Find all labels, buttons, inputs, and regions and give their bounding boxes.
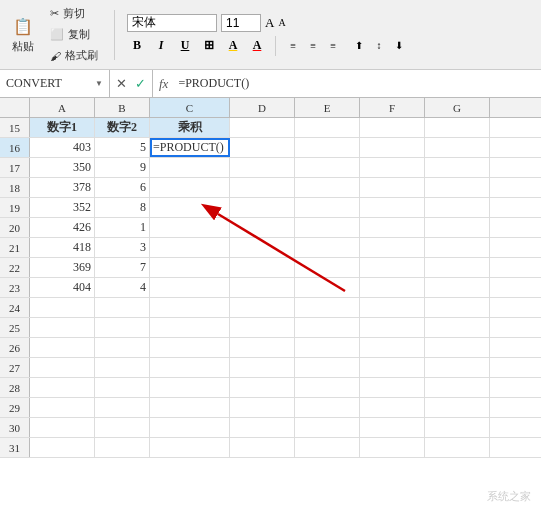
format-painter-button[interactable]: 🖌 格式刷 [46,46,102,65]
cell-b16[interactable]: 5 [95,138,150,157]
cell-g27[interactable] [425,358,490,377]
cell-g23[interactable] [425,278,490,297]
row-header-16[interactable]: 16 [0,138,30,157]
cell-e26[interactable] [295,338,360,357]
cell-b30[interactable] [95,418,150,437]
align-left-button[interactable]: ≡ [284,37,302,55]
name-box-dropdown-icon[interactable]: ▼ [95,79,103,88]
cell-c17[interactable] [150,158,230,177]
cell-g26[interactable] [425,338,490,357]
cell-b26[interactable] [95,338,150,357]
cell-g24[interactable] [425,298,490,317]
cell-d17[interactable] [230,158,295,177]
cell-c19[interactable] [150,198,230,217]
cell-e28[interactable] [295,378,360,397]
cell-b22[interactable]: 7 [95,258,150,277]
cell-c16[interactable]: =PRODUCT() [150,138,230,157]
row-header-25[interactable]: 25 [0,318,30,337]
cell-f30[interactable] [360,418,425,437]
border-button[interactable]: ⊞ [199,36,219,56]
cell-g19[interactable] [425,198,490,217]
row-header-27[interactable]: 27 [0,358,30,377]
row-header-28[interactable]: 28 [0,378,30,397]
cell-b28[interactable] [95,378,150,397]
cell-a18[interactable]: 378 [30,178,95,197]
cell-e24[interactable] [295,298,360,317]
cell-d27[interactable] [230,358,295,377]
row-header-21[interactable]: 21 [0,238,30,257]
cell-c22[interactable] [150,258,230,277]
col-header-a[interactable]: A [30,98,95,117]
bold-button[interactable]: B [127,36,147,56]
cancel-formula-button[interactable]: ✕ [114,76,129,92]
cut-button[interactable]: ✂ 剪切 [46,4,102,23]
cell-e27[interactable] [295,358,360,377]
cell-c21[interactable] [150,238,230,257]
cell-f29[interactable] [360,398,425,417]
font-grow-icon[interactable]: A [265,15,274,31]
cell-b20[interactable]: 1 [95,218,150,237]
font-size-input[interactable] [221,14,261,32]
cell-c26[interactable] [150,338,230,357]
cell-c28[interactable] [150,378,230,397]
cell-g17[interactable] [425,158,490,177]
cell-f20[interactable] [360,218,425,237]
row-header-24[interactable]: 24 [0,298,30,317]
cell-c24[interactable] [150,298,230,317]
cell-c23[interactable] [150,278,230,297]
cell-f17[interactable] [360,158,425,177]
cell-c27[interactable] [150,358,230,377]
cell-b25[interactable] [95,318,150,337]
cell-e23[interactable] [295,278,360,297]
cell-d19[interactable] [230,198,295,217]
cell-f31[interactable] [360,438,425,457]
cell-d21[interactable] [230,238,295,257]
cell-a27[interactable] [30,358,95,377]
cell-b29[interactable] [95,398,150,417]
cell-c29[interactable] [150,398,230,417]
cell-a23[interactable]: 404 [30,278,95,297]
cell-a26[interactable] [30,338,95,357]
cell-a20[interactable]: 426 [30,218,95,237]
cell-a19[interactable]: 352 [30,198,95,217]
cell-d20[interactable] [230,218,295,237]
fill-color-button[interactable]: A [223,36,243,56]
cell-a21[interactable]: 418 [30,238,95,257]
cell-d30[interactable] [230,418,295,437]
cell-f16[interactable] [360,138,425,157]
cell-a16[interactable]: 403 [30,138,95,157]
cell-e25[interactable] [295,318,360,337]
copy-button[interactable]: ⬜ 复制 [46,25,102,44]
cell-d25[interactable] [230,318,295,337]
col-header-g[interactable]: G [425,98,490,117]
cell-c25[interactable] [150,318,230,337]
cell-c18[interactable] [150,178,230,197]
cell-a31[interactable] [30,438,95,457]
cell-e20[interactable] [295,218,360,237]
cell-a24[interactable] [30,298,95,317]
cell-g21[interactable] [425,238,490,257]
cell-b19[interactable]: 8 [95,198,150,217]
cell-d29[interactable] [230,398,295,417]
row-header-23[interactable]: 23 [0,278,30,297]
cell-d22[interactable] [230,258,295,277]
cell-f25[interactable] [360,318,425,337]
row-header-18[interactable]: 18 [0,178,30,197]
row-header-26[interactable]: 26 [0,338,30,357]
col-header-c[interactable]: C [150,98,230,117]
cell-a15[interactable]: 数字1 [30,118,95,137]
align-bottom-button[interactable]: ⬇ [390,37,408,55]
cell-f27[interactable] [360,358,425,377]
font-color-button[interactable]: A [247,36,267,56]
cell-e17[interactable] [295,158,360,177]
row-header-29[interactable]: 29 [0,398,30,417]
cell-d31[interactable] [230,438,295,457]
cell-e22[interactable] [295,258,360,277]
row-header-30[interactable]: 30 [0,418,30,437]
cell-e29[interactable] [295,398,360,417]
row-header-22[interactable]: 22 [0,258,30,277]
cell-f26[interactable] [360,338,425,357]
cell-f23[interactable] [360,278,425,297]
italic-button[interactable]: I [151,36,171,56]
align-top-button[interactable]: ⬆ [350,37,368,55]
